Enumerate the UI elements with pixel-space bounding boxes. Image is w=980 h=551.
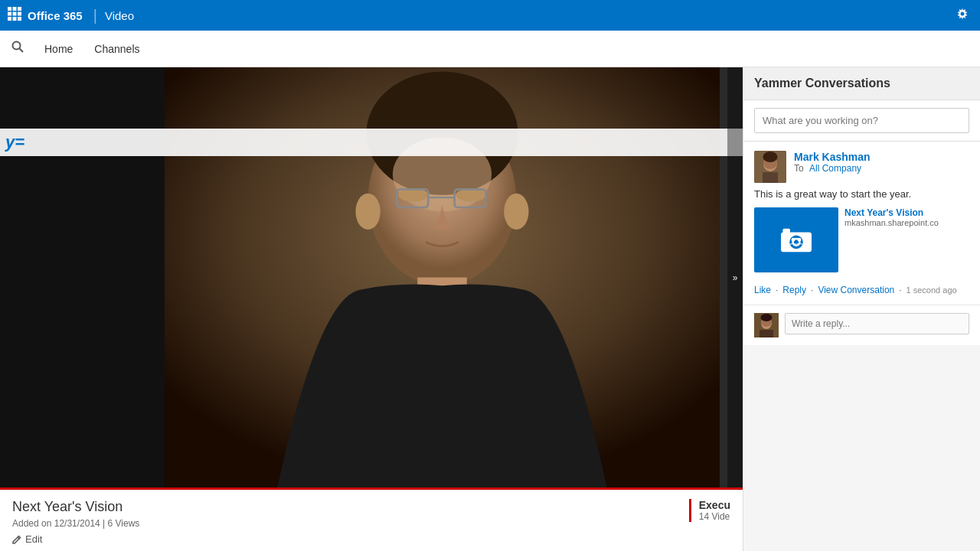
svg-point-11 bbox=[13, 42, 21, 50]
action-sep-2: · bbox=[811, 285, 813, 295]
camera-icon bbox=[778, 226, 815, 255]
post-video-thumbnail[interactable] bbox=[754, 207, 838, 272]
app-title: Office 365 bbox=[28, 9, 93, 22]
svg-point-17 bbox=[398, 188, 428, 201]
svg-rect-0 bbox=[8, 7, 11, 11]
title-divider: | bbox=[93, 7, 97, 24]
svg-point-24 bbox=[504, 194, 528, 230]
topbar: Office 365 | Video bbox=[0, 0, 980, 31]
reply-user-avatar bbox=[754, 313, 779, 337]
collapse-sidebar-btn[interactable]: » bbox=[727, 67, 743, 487]
video-info-bar: Next Year's Vision Added on 12/31/2014 |… bbox=[0, 487, 743, 551]
module-title: Video bbox=[105, 9, 134, 22]
action-sep-1: · bbox=[776, 285, 778, 295]
like-action[interactable]: Like bbox=[754, 285, 771, 295]
post-to-label: To bbox=[794, 163, 804, 174]
svg-point-23 bbox=[355, 194, 380, 230]
svg-rect-3 bbox=[8, 11, 11, 15]
post-timestamp: 1 second ago bbox=[906, 285, 957, 295]
post-video-link-url: mkashman.sharepoint.co bbox=[844, 218, 939, 227]
svg-point-36 bbox=[798, 237, 802, 241]
yammer-post: Mark Kashman To All Company This is a gr… bbox=[743, 142, 980, 305]
svg-rect-8 bbox=[18, 17, 21, 21]
reply-action[interactable]: Reply bbox=[782, 285, 806, 295]
grid-icon[interactable] bbox=[8, 7, 21, 24]
post-author-info: Mark Kashman To All Company bbox=[794, 151, 871, 183]
svg-rect-6 bbox=[8, 17, 11, 21]
yammer-header-title: Yammer Conversations bbox=[754, 77, 890, 90]
channel-name: Execu bbox=[699, 499, 730, 511]
svg-point-18 bbox=[456, 188, 486, 201]
post-body-text: This is a great way to start the year. bbox=[754, 187, 969, 201]
svg-rect-1 bbox=[13, 7, 17, 11]
search-icon[interactable] bbox=[11, 40, 24, 57]
video-meta: Added on 12/31/2014 | 6 Views bbox=[12, 518, 674, 529]
svg-point-35 bbox=[792, 237, 795, 241]
svg-rect-4 bbox=[13, 11, 17, 15]
settings-icon[interactable] bbox=[956, 7, 969, 24]
edit-label: Edit bbox=[25, 533, 42, 545]
post-video-card: Next Year's Vision mkashman.sharepoint.c… bbox=[754, 207, 969, 272]
reply-input[interactable] bbox=[785, 313, 969, 334]
svg-rect-5 bbox=[18, 11, 21, 15]
yammer-input-area[interactable] bbox=[743, 100, 980, 142]
svg-line-25 bbox=[18, 537, 19, 539]
post-to-line: To All Company bbox=[794, 163, 871, 174]
post-actions: Like · Reply · View Conversation · 1 sec… bbox=[754, 279, 969, 295]
video-player[interactable]: » y= bbox=[0, 67, 743, 487]
channel-videos: 14 Vide bbox=[699, 511, 730, 522]
yammer-conversations-header: Yammer Conversations bbox=[743, 67, 980, 100]
nav-home[interactable]: Home bbox=[37, 31, 80, 67]
svg-rect-2 bbox=[18, 7, 21, 11]
svg-line-12 bbox=[20, 49, 24, 53]
edit-button[interactable]: Edit bbox=[12, 533, 42, 545]
video-area: » y= Next Year's Vision Added on 12/31/2… bbox=[0, 67, 743, 551]
svg-rect-41 bbox=[760, 330, 773, 337]
svg-rect-7 bbox=[13, 17, 17, 21]
reply-area bbox=[743, 305, 980, 345]
post-header: Mark Kashman To All Company bbox=[754, 151, 969, 183]
main-content: » y= Next Year's Vision Added on 12/31/2… bbox=[0, 67, 980, 551]
svg-point-42 bbox=[761, 314, 773, 321]
yammer-sidebar: Yammer Conversations bbox=[743, 67, 980, 551]
action-sep-3: · bbox=[899, 285, 901, 295]
yammer-what-working-input[interactable] bbox=[754, 108, 969, 133]
video-title: Next Year's Vision bbox=[12, 499, 674, 515]
post-to-group[interactable]: All Company bbox=[809, 163, 861, 174]
post-author-avatar bbox=[754, 151, 786, 183]
svg-point-30 bbox=[763, 152, 778, 162]
yammer-y-logo: y= bbox=[0, 129, 743, 156]
svg-point-10 bbox=[961, 11, 965, 15]
navbar: Home Channels bbox=[0, 31, 980, 67]
post-video-link-info: Next Year's Vision mkashman.sharepoint.c… bbox=[844, 207, 939, 272]
view-conversation-action[interactable]: View Conversation bbox=[818, 285, 894, 295]
svg-rect-37 bbox=[782, 228, 790, 233]
video-info-left: Next Year's Vision Added on 12/31/2014 |… bbox=[12, 499, 674, 545]
post-author-name[interactable]: Mark Kashman bbox=[794, 151, 871, 163]
avatar-image bbox=[754, 151, 786, 183]
video-channel-info: Execu 14 Vide bbox=[689, 499, 730, 522]
post-video-link-title[interactable]: Next Year's Vision bbox=[844, 207, 939, 218]
svg-rect-29 bbox=[763, 172, 778, 183]
nav-channels[interactable]: Channels bbox=[87, 31, 147, 67]
